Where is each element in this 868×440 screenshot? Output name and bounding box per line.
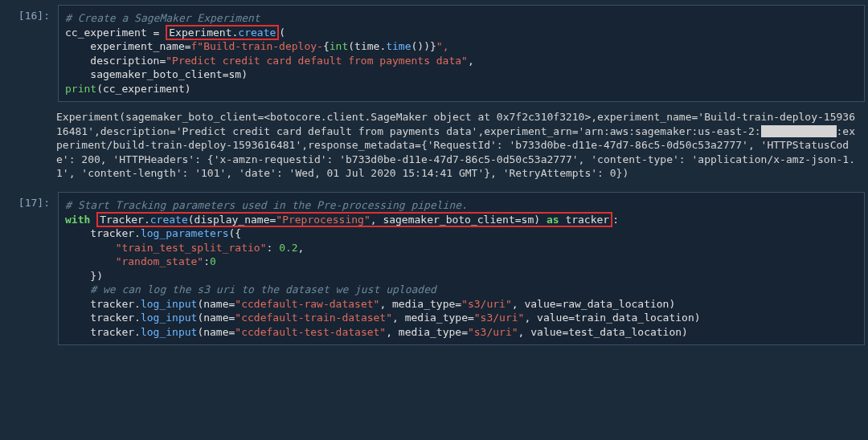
input-label-17: [17]: — [3, 192, 58, 345]
redacted-account-id — [761, 125, 837, 137]
comment-line: # Create a SageMaker Experiment — [65, 12, 260, 24]
stdout-output: Experiment(sagemaker_boto_client=<botoco… — [50, 108, 865, 187]
highlight-experiment-create: Experiment.create — [166, 25, 279, 40]
comment-line: # Start Tracking parameters used in the … — [65, 199, 468, 211]
comment-line: # we can log the s3 uri to the dataset w… — [90, 283, 436, 295]
output-cell-16: Experiment(sagemaker_boto_client=<botoco… — [0, 102, 868, 187]
assign-target: cc_experiment — [65, 26, 154, 39]
highlight-tracker-create: Tracker.create(display_name="Preprocessi… — [96, 212, 612, 227]
input-label-16: [16]: — [3, 5, 58, 102]
code-cell-16: [16]: # Create a SageMaker Experiment cc… — [0, 0, 868, 102]
code-input-17[interactable]: # Start Tracking parameters used in the … — [58, 192, 865, 345]
print-call: print — [65, 83, 96, 95]
code-cell-17: [17]: # Start Tracking parameters used i… — [0, 187, 868, 345]
code-input-16[interactable]: # Create a SageMaker Experiment cc_exper… — [58, 5, 865, 102]
